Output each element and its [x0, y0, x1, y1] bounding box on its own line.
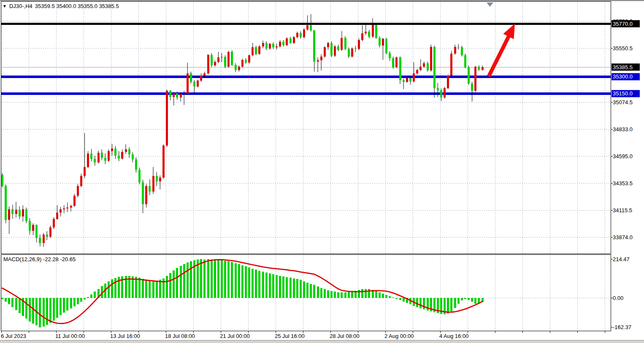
macd-bar [149, 280, 151, 298]
candle-body [224, 57, 226, 67]
candle-body [145, 186, 147, 204]
macd-panel-frame [1, 254, 611, 331]
x-axis-label: 18 Jul 08:00 [165, 333, 195, 339]
macd-bar [66, 298, 68, 311]
macd-bar [379, 292, 381, 298]
candle-body [474, 67, 476, 91]
candle-body [63, 208, 65, 209]
macd-bar [84, 298, 86, 300]
candle-body [464, 55, 466, 67]
macd-bar [60, 298, 62, 315]
price-tick-label: 34833.0 [613, 126, 633, 132]
time-marker-icon[interactable] [487, 3, 493, 7]
candle-body [19, 210, 21, 216]
candle-body [128, 149, 130, 154]
macd-bar [221, 260, 223, 298]
x-axis-label: 4 Aug 16:00 [439, 333, 468, 339]
macd-bar [269, 273, 271, 298]
macd-bar [447, 298, 449, 313]
symbol-dropdown-icon[interactable]: ▼ [3, 3, 7, 9]
candle-body [73, 196, 76, 206]
candle-body [125, 149, 127, 151]
candle-body [406, 78, 408, 82]
candle-body [450, 54, 452, 76]
candle-body [423, 63, 425, 67]
candle-body [372, 25, 374, 37]
macd-bar [187, 262, 189, 298]
candle-body [138, 170, 141, 182]
candle-body [15, 210, 17, 213]
candle-body [478, 67, 480, 70]
price-tick-label: 33874.0 [613, 234, 633, 240]
macd-bar [1, 298, 3, 299]
candle-body [53, 219, 55, 227]
candle-body [149, 186, 151, 192]
candle-body [132, 154, 134, 159]
macd-bar [341, 292, 343, 298]
price-tick-label: 34115.5 [613, 207, 632, 213]
candle-body [310, 25, 312, 30]
trend-arrow-shaft[interactable] [489, 36, 509, 76]
candle-body [152, 176, 154, 192]
candle-body [227, 52, 230, 67]
candle-body [306, 25, 308, 29]
candle-body [245, 60, 247, 63]
candle-body [344, 38, 346, 49]
candle-body [180, 94, 182, 97]
candle-body [197, 81, 199, 86]
candle-body [447, 76, 449, 88]
candle-body [361, 33, 363, 40]
candle-body [437, 88, 439, 90]
macd-bar [114, 278, 116, 298]
macd-bar [159, 280, 161, 298]
macd-bar [25, 298, 27, 319]
candle-body [22, 209, 24, 216]
candle-body [118, 156, 120, 159]
candle-body [290, 38, 292, 43]
candle-body [29, 221, 31, 231]
candle-body [413, 73, 415, 81]
macd-bar [262, 272, 264, 298]
candle-body [354, 49, 357, 49]
macd-bar [5, 298, 7, 302]
candle-body [25, 209, 27, 221]
candle-body [419, 67, 422, 70]
candle-body [375, 25, 377, 38]
macd-bar [385, 295, 387, 298]
macd-bar [457, 298, 460, 304]
macd-bar [19, 298, 21, 313]
macd-bar [265, 273, 268, 298]
macd-bar [296, 279, 298, 298]
macd-tick-label: 0.00 [613, 295, 623, 301]
candle-body [282, 42, 284, 45]
macd-bar [101, 286, 103, 298]
macd-bar [389, 296, 391, 298]
macd-bar [211, 259, 213, 298]
price-panel-frame [1, 1, 611, 254]
candle-body [221, 57, 223, 57]
candle-body [211, 55, 213, 65]
macd-tick-label: 214.47 [613, 256, 630, 262]
candle-body [84, 167, 86, 176]
macd-bar [317, 286, 319, 298]
candle-body [320, 57, 322, 60]
macd-bar [306, 283, 308, 298]
candles-series [1, 14, 484, 247]
candle-body [409, 78, 411, 81]
candle-body [235, 65, 237, 70]
candle-body [169, 91, 171, 97]
candle-body [108, 151, 110, 161]
candle-body [231, 52, 233, 65]
chart-canvas[interactable]: 35793.035550.535312.535074.534833.034595… [0, 0, 644, 343]
macd-bar [39, 298, 41, 327]
macd-bar [461, 298, 463, 300]
candle-body [272, 44, 274, 47]
candle-body [5, 186, 7, 220]
x-axis-label: 11 Jul 00:00 [55, 333, 85, 339]
chart-title: ▼ DJ30-,H4 35359.5 35400.0 35355.0 35385… [3, 3, 119, 9]
macd-bar [53, 298, 55, 321]
macd-bar [152, 281, 154, 298]
candle-body [313, 30, 315, 61]
macd-bar [361, 289, 363, 298]
macd-bar [203, 259, 206, 298]
